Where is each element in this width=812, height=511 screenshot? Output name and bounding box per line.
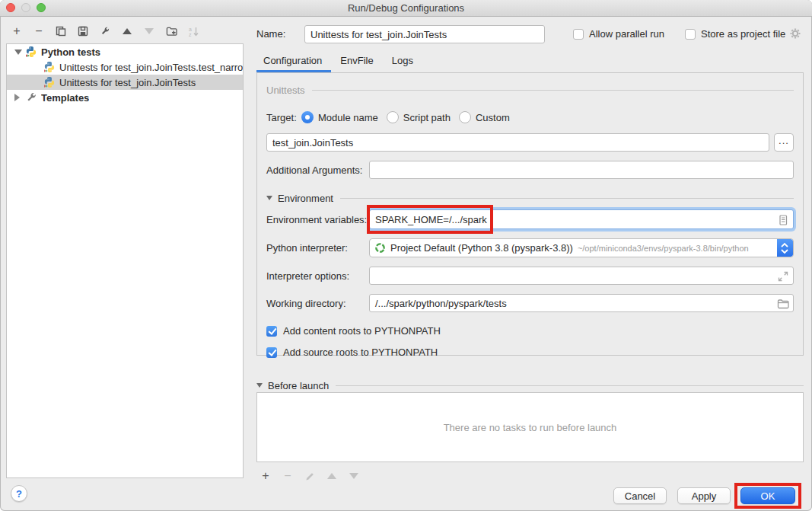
target-option-script-path[interactable]: Script path bbox=[387, 111, 451, 123]
tab-envfile[interactable]: EnvFile bbox=[331, 52, 382, 72]
radio-selected-icon[interactable] bbox=[301, 111, 314, 123]
store-as-project-file-label: Store as project file bbox=[701, 28, 785, 40]
expand-field-icon[interactable] bbox=[777, 270, 789, 283]
python-tests-icon bbox=[25, 46, 37, 58]
store-as-project-file-option[interactable]: Store as project file bbox=[685, 28, 785, 40]
working-directory-label: Working directory: bbox=[266, 298, 369, 309]
before-launch-toolbar: + − bbox=[260, 468, 360, 484]
additional-arguments-label: Additional Arguments: bbox=[266, 164, 369, 176]
before-launch-section-header[interactable]: Before launch bbox=[256, 379, 804, 391]
environment-variables-label: Environment variables: bbox=[266, 214, 369, 225]
source-roots-checkbox[interactable] bbox=[266, 347, 277, 358]
collapse-triangle-icon[interactable] bbox=[266, 196, 272, 200]
pencil-icon bbox=[305, 471, 315, 481]
source-roots-label: Add source roots to PYTHONPATH bbox=[283, 347, 438, 358]
sort-alpha-icon: az bbox=[188, 26, 199, 37]
python-test-icon bbox=[43, 61, 56, 73]
cancel-button[interactable]: Cancel bbox=[613, 487, 667, 504]
radio-label: Script path bbox=[403, 112, 451, 123]
target-radio-group: Module name Script path Custom bbox=[301, 111, 510, 123]
tree-group-python-tests[interactable]: Python tests bbox=[7, 44, 243, 59]
wrench-icon bbox=[100, 26, 110, 37]
tree-item-label: Unittests for test_join.JoinTests.test_n… bbox=[59, 62, 243, 73]
svg-text:z: z bbox=[189, 32, 192, 37]
tree-group-label: Templates bbox=[41, 92, 89, 104]
store-options-gear-icon[interactable] bbox=[789, 27, 801, 40]
tree-group-templates[interactable]: Templates bbox=[7, 90, 243, 105]
svg-text:a: a bbox=[189, 26, 192, 31]
environment-variables-value: SPARK_HOME=/.../spark bbox=[375, 214, 487, 225]
copy-configuration-button[interactable] bbox=[55, 25, 67, 37]
allow-parallel-run-option[interactable]: Allow parallel run bbox=[573, 28, 664, 40]
environment-variables-input[interactable]: SPARK_HOME=/.../spark bbox=[369, 209, 794, 229]
tree-item-label: Unittests for test_join.JoinTests bbox=[59, 77, 196, 88]
radio-label: Custom bbox=[476, 112, 510, 123]
titlebar: Run/Debug Configurations bbox=[0, 0, 812, 17]
expander-closed-icon[interactable] bbox=[14, 94, 22, 101]
allow-parallel-run-checkbox[interactable] bbox=[573, 29, 584, 40]
target-option-module-name[interactable]: Module name bbox=[301, 111, 378, 123]
content-roots-option[interactable]: Add content roots to PYTHONPATH bbox=[266, 325, 794, 337]
content-roots-checkbox[interactable] bbox=[266, 326, 277, 337]
edit-templates-button[interactable] bbox=[99, 25, 111, 37]
dropdown-stepper[interactable] bbox=[777, 239, 793, 257]
target-input[interactable] bbox=[266, 133, 769, 152]
before-launch-label: Before launch bbox=[268, 380, 329, 391]
interpreter-options-input[interactable] bbox=[369, 267, 794, 285]
move-task-down-button[interactable] bbox=[348, 470, 360, 482]
save-configuration-button[interactable] bbox=[77, 25, 89, 37]
chevron-up-down-icon bbox=[779, 241, 790, 256]
browse-target-button[interactable]: ... bbox=[774, 133, 794, 152]
environment-section-label: Environment bbox=[278, 193, 333, 204]
tree-item-jointests-selected[interactable]: Unittests for test_join.JoinTests bbox=[7, 75, 243, 90]
ok-button[interactable]: OK bbox=[740, 487, 795, 504]
sort-configurations-button[interactable]: az bbox=[187, 25, 199, 37]
additional-arguments-input[interactable] bbox=[369, 161, 794, 179]
apply-button[interactable]: Apply bbox=[677, 487, 731, 504]
source-roots-option[interactable]: Add source roots to PYTHONPATH bbox=[266, 347, 794, 358]
templates-wrench-icon bbox=[25, 91, 37, 104]
before-launch-empty-text: There are no tasks to run before launch bbox=[444, 422, 617, 433]
settings-tabs: Configuration EnvFile Logs bbox=[256, 52, 422, 72]
collapse-triangle-icon[interactable] bbox=[256, 383, 263, 388]
add-task-button[interactable]: + bbox=[260, 470, 272, 482]
create-folder-button[interactable] bbox=[165, 25, 177, 37]
folder-icon[interactable] bbox=[777, 298, 789, 310]
move-task-up-button[interactable] bbox=[326, 470, 338, 482]
name-input[interactable] bbox=[304, 25, 545, 43]
tree-item-test-narrow[interactable]: Unittests for test_join.JoinTests.test_n… bbox=[7, 59, 243, 75]
radio-icon[interactable] bbox=[459, 111, 471, 123]
tab-logs[interactable]: Logs bbox=[383, 52, 422, 72]
add-configuration-button[interactable]: + bbox=[11, 25, 23, 37]
before-launch-task-list: There are no tasks to run before launch bbox=[256, 392, 804, 462]
environment-section-header[interactable]: Environment bbox=[266, 192, 794, 204]
store-as-project-file-checkbox[interactable] bbox=[685, 29, 696, 40]
expander-open-icon[interactable] bbox=[14, 50, 22, 55]
python-test-icon bbox=[43, 76, 56, 88]
copy-icon bbox=[56, 26, 66, 37]
tab-configuration[interactable]: Configuration bbox=[256, 52, 331, 72]
conda-env-icon bbox=[374, 242, 386, 254]
window-title: Run/Debug Configurations bbox=[0, 2, 812, 14]
save-icon bbox=[78, 26, 88, 37]
working-directory-input[interactable]: /.../spark/python/pyspark/tests bbox=[369, 294, 794, 312]
python-interpreter-path: ~/opt/miniconda3/envs/pyspark-3.8/bin/py… bbox=[578, 244, 749, 253]
remove-configuration-button[interactable]: − bbox=[33, 25, 45, 37]
move-up-button[interactable] bbox=[121, 25, 133, 37]
new-folder-icon bbox=[166, 26, 177, 37]
python-interpreter-select[interactable]: Project Default (Python 3.8 (pyspark-3.8… bbox=[369, 238, 794, 257]
unittests-section-label: Unittests bbox=[266, 85, 305, 96]
configurations-tree: Python tests Unittests for test_join.Joi… bbox=[6, 43, 244, 478]
target-option-custom[interactable]: Custom bbox=[459, 111, 510, 123]
move-down-button[interactable] bbox=[143, 25, 155, 37]
python-interpreter-label: Python interpreter: bbox=[266, 242, 369, 254]
interpreter-options-label: Interpreter options: bbox=[266, 270, 369, 282]
content-roots-label: Add content roots to PYTHONPATH bbox=[283, 325, 441, 337]
remove-task-button[interactable]: − bbox=[282, 470, 294, 482]
help-button[interactable]: ? bbox=[11, 485, 27, 502]
edit-variables-icon[interactable] bbox=[777, 214, 789, 226]
edit-task-button[interactable] bbox=[304, 470, 316, 482]
working-directory-value: /.../spark/python/pyspark/tests bbox=[375, 298, 507, 309]
radio-icon[interactable] bbox=[387, 111, 399, 123]
target-label: Target: bbox=[266, 112, 301, 123]
